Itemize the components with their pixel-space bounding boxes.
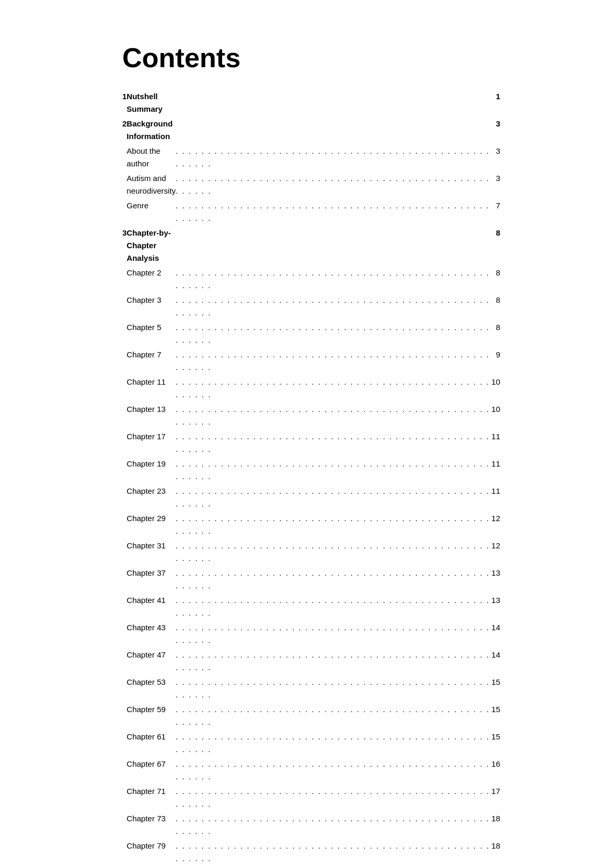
- toc-subsection-row: Chapter 23. . . . . . . . . . . . . . . …: [122, 484, 500, 511]
- page-number: 18: [491, 811, 500, 839]
- page-number: 15: [491, 675, 500, 702]
- dots: . . . . . . . . . . . . . . . . . . . . …: [176, 620, 492, 648]
- empty-number: [122, 757, 126, 784]
- section-title: Chapter-by-Chapter Analysis: [126, 226, 175, 266]
- toc-subsection-row: Chapter 11. . . . . . . . . . . . . . . …: [122, 375, 500, 402]
- dots: . . . . . . . . . . . . . . . . . . . . …: [176, 784, 492, 811]
- page-number: 11: [491, 429, 500, 457]
- section-number: 3: [122, 226, 126, 266]
- toc-subsection-row: Chapter 5. . . . . . . . . . . . . . . .…: [122, 320, 500, 347]
- empty-number: [122, 648, 126, 675]
- section-number: 2: [122, 117, 126, 144]
- subsection-title: Chapter 47: [126, 648, 175, 675]
- page-number: 16: [491, 757, 500, 784]
- page-number: 12: [491, 538, 500, 566]
- empty-number: [122, 144, 126, 171]
- dots: . . . . . . . . . . . . . . . . . . . . …: [176, 171, 492, 198]
- empty-number: [122, 675, 126, 702]
- subsection-title: Chapter 43: [126, 620, 175, 648]
- page-number: 10: [491, 402, 500, 429]
- subsection-title: Chapter 53: [126, 675, 175, 702]
- page-number: 12: [491, 511, 500, 538]
- dots: . . . . . . . . . . . . . . . . . . . . …: [176, 320, 492, 347]
- toc-subsection-row: Chapter 3. . . . . . . . . . . . . . . .…: [122, 293, 500, 320]
- page-number: 15: [491, 729, 500, 757]
- toc-subsection-row: Chapter 31. . . . . . . . . . . . . . . …: [122, 538, 500, 566]
- toc-subsection-row: Chapter 61. . . . . . . . . . . . . . . …: [122, 729, 500, 757]
- page-number: 18: [491, 839, 500, 866]
- toc-subsection-row: Chapter 7. . . . . . . . . . . . . . . .…: [122, 347, 500, 375]
- subsection-title: Chapter 71: [126, 784, 175, 811]
- subsection-title: Chapter 41: [126, 593, 175, 620]
- page-number: 19: [491, 866, 500, 868]
- toc-section-row: 1Nutshell Summary1: [122, 89, 500, 117]
- empty-number: [122, 429, 126, 457]
- subsection-title: Chapter 37: [126, 566, 175, 593]
- dots: . . . . . . . . . . . . . . . . . . . . …: [176, 429, 492, 457]
- subsection-title: Chapter 3: [126, 293, 175, 320]
- toc-table: 1Nutshell Summary12Background Informatio…: [122, 89, 500, 868]
- toc-subsection-row: Chapter 19. . . . . . . . . . . . . . . …: [122, 457, 500, 484]
- subsection-title: Chapter 67: [126, 757, 175, 784]
- dots: . . . . . . . . . . . . . . . . . . . . …: [176, 402, 492, 429]
- empty-number: [122, 484, 126, 511]
- page-number: 10: [491, 375, 500, 402]
- dots: . . . . . . . . . . . . . . . . . . . . …: [176, 839, 492, 866]
- page-number: 13: [491, 593, 500, 620]
- empty-number: [122, 347, 126, 375]
- dots: . . . . . . . . . . . . . . . . . . . . …: [176, 729, 492, 757]
- dots: . . . . . . . . . . . . . . . . . . . . …: [176, 511, 492, 538]
- subsection-title: Chapter 83: [126, 866, 175, 868]
- toc-subsection-row: Chapter 13. . . . . . . . . . . . . . . …: [122, 402, 500, 429]
- empty-number: [122, 320, 126, 347]
- page-number: 9: [491, 347, 500, 375]
- empty-number: [122, 198, 126, 226]
- page-number: 14: [491, 648, 500, 675]
- toc-subsection-row: Chapter 67. . . . . . . . . . . . . . . …: [122, 757, 500, 784]
- empty-number: [122, 866, 126, 868]
- toc-subsection-row: Chapter 37. . . . . . . . . . . . . . . …: [122, 566, 500, 593]
- empty-number: [122, 839, 126, 866]
- subsection-title: Chapter 5: [126, 320, 175, 347]
- empty-number: [122, 457, 126, 484]
- toc-section-row: 3Chapter-by-Chapter Analysis8: [122, 226, 500, 266]
- subsection-title: Genre: [126, 198, 175, 226]
- empty-number: [122, 593, 126, 620]
- dots: . . . . . . . . . . . . . . . . . . . . …: [176, 811, 492, 839]
- dots: . . . . . . . . . . . . . . . . . . . . …: [176, 457, 492, 484]
- dots: . . . . . . . . . . . . . . . . . . . . …: [176, 144, 492, 171]
- subsection-title: Chapter 29: [126, 511, 175, 538]
- toc-subsection-row: Chapter 2. . . . . . . . . . . . . . . .…: [122, 266, 500, 293]
- toc-subsection-row: Genre. . . . . . . . . . . . . . . . . .…: [122, 198, 500, 226]
- page-number: 15: [491, 702, 500, 729]
- page-title: Contents: [122, 42, 500, 73]
- subsection-title: Chapter 19: [126, 457, 175, 484]
- page-number: 3: [491, 144, 500, 171]
- dots: . . . . . . . . . . . . . . . . . . . . …: [176, 757, 492, 784]
- empty-number: [122, 171, 126, 198]
- toc-subsection-row: Chapter 43. . . . . . . . . . . . . . . …: [122, 620, 500, 648]
- dots: . . . . . . . . . . . . . . . . . . . . …: [176, 198, 492, 226]
- page-number: 14: [491, 620, 500, 648]
- empty-number: [122, 620, 126, 648]
- empty-number: [122, 811, 126, 839]
- toc-subsection-row: Chapter 59. . . . . . . . . . . . . . . …: [122, 702, 500, 729]
- dots: . . . . . . . . . . . . . . . . . . . . …: [176, 675, 492, 702]
- empty-number: [122, 375, 126, 402]
- subsection-title: Chapter 13: [126, 402, 175, 429]
- dots: . . . . . . . . . . . . . . . . . . . . …: [176, 375, 492, 402]
- dots: . . . . . . . . . . . . . . . . . . . . …: [176, 347, 492, 375]
- dots: . . . . . . . . . . . . . . . . . . . . …: [176, 702, 492, 729]
- subsection-title: Chapter 73: [126, 811, 175, 839]
- subsection-title: Chapter 7: [126, 347, 175, 375]
- dots: [176, 89, 492, 117]
- toc-section-row: 2Background Information3: [122, 117, 500, 144]
- empty-number: [122, 702, 126, 729]
- empty-number: [122, 729, 126, 757]
- dots: . . . . . . . . . . . . . . . . . . . . …: [176, 866, 492, 868]
- page-number: 8: [491, 266, 500, 293]
- empty-number: [122, 784, 126, 811]
- page-number: 17: [491, 784, 500, 811]
- toc-subsection-row: Chapter 71. . . . . . . . . . . . . . . …: [122, 784, 500, 811]
- section-title: Background Information: [126, 117, 175, 144]
